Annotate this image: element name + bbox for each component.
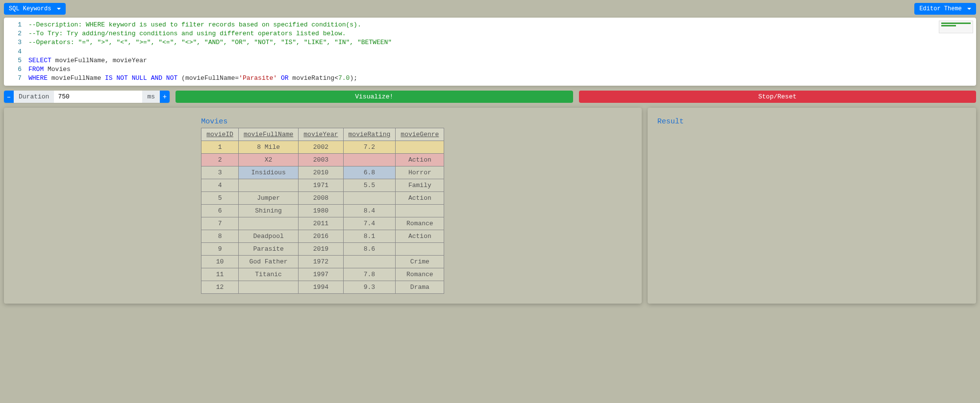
table-cell [238, 179, 298, 192]
code-content[interactable]: --Description: WHERE keyword is used to … [28, 21, 976, 29]
source-table-panel: Movies movieIDmovieFullNamemovieYearmovi… [4, 108, 642, 304]
table-cell: 8 [201, 230, 239, 243]
table-cell: 2002 [299, 141, 343, 154]
table-row: 18 Mile20027.2 [201, 141, 444, 154]
sql-keywords-dropdown[interactable]: SQL Keywords [4, 3, 66, 15]
table-cell: 11 [201, 268, 239, 281]
table-cell: Crime [396, 256, 444, 268]
table-cell: Romance [396, 217, 444, 230]
table-cell: 9.3 [343, 281, 396, 294]
table-cell: Horror [396, 166, 444, 179]
line-number: 3 [4, 38, 28, 47]
table-cell: Titanic [238, 268, 298, 281]
table-cell: 4 [201, 179, 239, 192]
table-cell [396, 243, 444, 256]
table-cell [343, 154, 396, 166]
code-line[interactable]: 5SELECT movieFullName, movieYear [4, 56, 976, 65]
top-bar: SQL Keywords Editor Theme [0, 0, 980, 18]
code-content[interactable]: --To Try: Try adding/nesting conditions … [28, 29, 976, 38]
table-cell: 7.8 [343, 268, 396, 281]
duration-decrement-button[interactable]: – [4, 91, 14, 103]
stop-reset-button[interactable]: Stop/Reset [579, 91, 976, 103]
code-content[interactable]: SELECT movieFullName, movieYear [28, 56, 976, 65]
code-content[interactable]: FROM Movies [28, 65, 976, 74]
table-cell: Drama [396, 281, 444, 294]
table-row: 1219949.3Drama [201, 281, 444, 294]
editor-minimap[interactable] [939, 21, 973, 33]
table-cell: 1 [201, 141, 239, 154]
table-row: 419715.5Family [201, 179, 444, 192]
table-cell: 8.4 [343, 205, 396, 217]
line-number: 2 [4, 29, 28, 38]
code-line[interactable]: 1--Description: WHERE keyword is used to… [4, 21, 976, 29]
result-panel: Result [648, 108, 976, 304]
line-number: 7 [4, 74, 28, 83]
table-cell: 8.1 [343, 230, 396, 243]
table-cell: 7.4 [343, 217, 396, 230]
table-cell: 7 [201, 217, 239, 230]
table-row: 8Deadpool20168.1Action [201, 230, 444, 243]
result-title: Result [657, 118, 966, 126]
duration-input-group: – Duration ms + [4, 91, 170, 103]
code-line[interactable]: 6FROM Movies [4, 65, 976, 74]
visualize-button[interactable]: Visualize! [176, 91, 573, 103]
line-number: 6 [4, 65, 28, 74]
table-cell: 5 [201, 192, 239, 205]
table-cell: 1994 [299, 281, 343, 294]
table-cell: Action [396, 230, 444, 243]
table-header-row: movieIDmovieFullNamemovieYearmovieRating… [201, 128, 444, 141]
duration-input[interactable] [54, 91, 142, 103]
table-cell: Shining [238, 205, 298, 217]
table-cell: God Father [238, 256, 298, 268]
stop-reset-label: Stop/Reset [758, 93, 797, 100]
code-content[interactable]: WHERE movieFullName IS NOT NULL AND NOT … [28, 74, 976, 83]
table-header-cell: movieID [201, 128, 239, 141]
table-cell [396, 205, 444, 217]
sql-keywords-label: SQL Keywords [9, 5, 51, 12]
table-cell: Deadpool [238, 230, 298, 243]
code-line[interactable]: 4 [4, 47, 976, 56]
table-cell [343, 192, 396, 205]
source-table-title: Movies [201, 118, 444, 126]
table-cell: 1980 [299, 205, 343, 217]
table-cell: 2010 [299, 166, 343, 179]
table-cell: Romance [396, 268, 444, 281]
code-editor[interactable]: 1--Description: WHERE keyword is used to… [4, 18, 976, 86]
table-cell: 8.6 [343, 243, 396, 256]
table-cell: Insidious [238, 166, 298, 179]
line-number: 1 [4, 21, 28, 29]
table-row: 9Parasite20198.6 [201, 243, 444, 256]
table-cell: Action [396, 154, 444, 166]
table-row: 2X22003Action [201, 154, 444, 166]
movies-table: movieIDmovieFullNamemovieYearmovieRating… [201, 128, 444, 294]
table-cell [238, 281, 298, 294]
table-header-cell: movieFullName [238, 128, 298, 141]
code-line[interactable]: 3--Operators: "=", ">", "<", ">=", "<=",… [4, 38, 976, 47]
table-cell: 1971 [299, 179, 343, 192]
table-header-cell: movieRating [343, 128, 396, 141]
table-cell [238, 217, 298, 230]
table-cell: 8 Mile [238, 141, 298, 154]
controls-row: – Duration ms + Visualize! Stop/Reset [0, 86, 980, 108]
code-line[interactable]: 2--To Try: Try adding/nesting conditions… [4, 29, 976, 38]
table-cell [396, 141, 444, 154]
duration-increment-button[interactable]: + [160, 91, 170, 103]
line-number: 5 [4, 56, 28, 65]
table-cell: Parasite [238, 243, 298, 256]
table-cell: X2 [238, 154, 298, 166]
code-line[interactable]: 7WHERE movieFullName IS NOT NULL AND NOT… [4, 74, 976, 83]
table-cell: 2008 [299, 192, 343, 205]
table-cell: 10 [201, 256, 239, 268]
editor-theme-dropdown[interactable]: Editor Theme [914, 3, 976, 15]
duration-label: Duration [14, 91, 54, 103]
table-cell: Action [396, 192, 444, 205]
table-row: 10God Father1972Crime [201, 256, 444, 268]
table-header-cell: movieYear [299, 128, 343, 141]
table-cell: 12 [201, 281, 239, 294]
code-content[interactable]: --Operators: "=", ">", "<", ">=", "<=", … [28, 38, 976, 47]
panels: Movies movieIDmovieFullNamemovieYearmovi… [0, 108, 980, 313]
table-cell: 3 [201, 166, 239, 179]
table-cell: 1972 [299, 256, 343, 268]
editor-theme-label: Editor Theme [919, 5, 961, 12]
table-cell: 2016 [299, 230, 343, 243]
